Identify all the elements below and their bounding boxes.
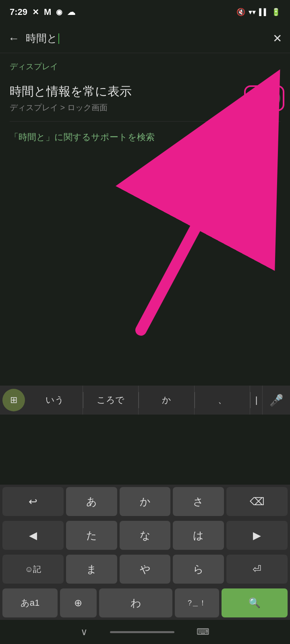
key-ma[interactable]: ま: [66, 555, 117, 584]
keyboard-row-2: ◀ た な は ▶: [0, 518, 290, 552]
key-na[interactable]: な: [120, 521, 171, 550]
key-wa[interactable]: わ: [99, 588, 172, 617]
key-ta[interactable]: た: [66, 521, 117, 550]
keyboard-grid-button[interactable]: ⊞: [2, 389, 25, 411]
key-backspace[interactable]: ⌫: [226, 487, 288, 516]
key-return[interactable]: ⏎: [226, 555, 288, 584]
keyboard-nav-icon[interactable]: ⌨: [197, 627, 209, 637]
search-bar: ← 時間と ✕: [0, 24, 290, 53]
suggestion-iу[interactable]: いう: [27, 386, 83, 415]
home-indicator[interactable]: [110, 631, 174, 633]
mic-button[interactable]: 🎤: [263, 394, 290, 407]
key-punctuation[interactable]: ?＿！: [175, 588, 219, 617]
grid-icon: ⊞: [10, 395, 17, 405]
key-ya[interactable]: や: [120, 555, 171, 584]
app-icon-1: ◉: [56, 8, 62, 17]
clear-button[interactable]: ✕: [273, 32, 282, 45]
key-left[interactable]: ◀: [2, 521, 64, 550]
signal-icon: ▌▌: [259, 8, 268, 16]
microphone-icon: 🎤: [269, 394, 284, 407]
section-label: ディスプレイ: [10, 61, 280, 72]
back-button[interactable]: ←: [8, 32, 19, 45]
twitter-icon: ✕: [32, 7, 39, 17]
results-section: ディスプレイ 時間と情報を常に表示 ディスプレイ > ロック画面: [0, 53, 290, 122]
key-lang-switch[interactable]: あa1: [2, 588, 58, 617]
keyboard-row-1: ↩ あ か さ ⌫: [0, 485, 290, 518]
battery-icon: 🔋: [271, 8, 280, 17]
text-cursor: [58, 33, 59, 44]
result-subtitle: ディスプレイ > ロック画面: [10, 102, 248, 113]
suggestion-comma[interactable]: 、: [195, 386, 251, 415]
keyboard-suggestion-bar: ⊞ いう ころで か 、 | 🎤: [0, 386, 290, 415]
key-ha[interactable]: は: [173, 521, 224, 550]
result-text-block: 時間と情報を常に表示 ディスプレイ > ロック画面: [10, 83, 248, 113]
key-a[interactable]: あ: [66, 487, 117, 516]
always-on-display-toggle[interactable]: [248, 89, 280, 107]
key-undo[interactable]: ↩: [2, 487, 64, 516]
keyboard-row-3: ☺記 ま や ら ⏎: [0, 552, 290, 586]
search-input-container[interactable]: 時間と: [26, 31, 266, 45]
key-sa[interactable]: さ: [173, 487, 224, 516]
nav-down-icon[interactable]: ∨: [81, 626, 88, 638]
cloud-icon: ☁: [67, 7, 75, 17]
key-ka[interactable]: か: [120, 487, 171, 516]
key-ra[interactable]: ら: [173, 555, 224, 584]
gmail-icon: M: [44, 7, 51, 17]
key-emoji-kigo[interactable]: ☺記: [2, 555, 64, 584]
key-right[interactable]: ▶: [226, 521, 288, 550]
keyboard: ↩ あ か さ ⌫ ◀ た な は ▶ ☺記 ま や ら ⏎ あa1 ⊕ わ ?…: [0, 485, 290, 620]
bottom-bar: ∨ ⌨: [0, 620, 290, 644]
wifi-icon: ▾▾: [249, 8, 256, 17]
status-left: 7:29 ✕ M ◉ ☁: [10, 7, 75, 17]
status-right: 🔇 ▾▾ ▌▌ 🔋: [236, 8, 280, 17]
suggestion-pipe[interactable]: |: [251, 386, 263, 415]
result-item[interactable]: 時間と情報を常に表示 ディスプレイ > ロック画面: [10, 77, 280, 122]
result-title: 時間と情報を常に表示: [10, 83, 248, 100]
mute-icon: 🔇: [236, 8, 245, 17]
svg-line-1: [141, 149, 238, 330]
suggestion-ka[interactable]: か: [139, 386, 195, 415]
suggestion-korode[interactable]: ころで: [83, 386, 139, 415]
toggle-wrapper: [248, 89, 280, 107]
status-bar: 7:29 ✕ M ◉ ☁ 🔇 ▾▾ ▌▌ 🔋: [0, 0, 290, 24]
key-globe[interactable]: ⊕: [60, 588, 97, 617]
time-display: 7:29: [10, 7, 27, 17]
keyboard-row-4: あa1 ⊕ わ ?＿！ 🔍: [0, 586, 290, 620]
search-query-text: 時間と: [26, 31, 58, 45]
support-search-link[interactable]: 「時間と」に関するサポートを検索: [0, 122, 290, 153]
toggle-knob: [250, 91, 264, 105]
key-search[interactable]: 🔍: [222, 588, 288, 617]
